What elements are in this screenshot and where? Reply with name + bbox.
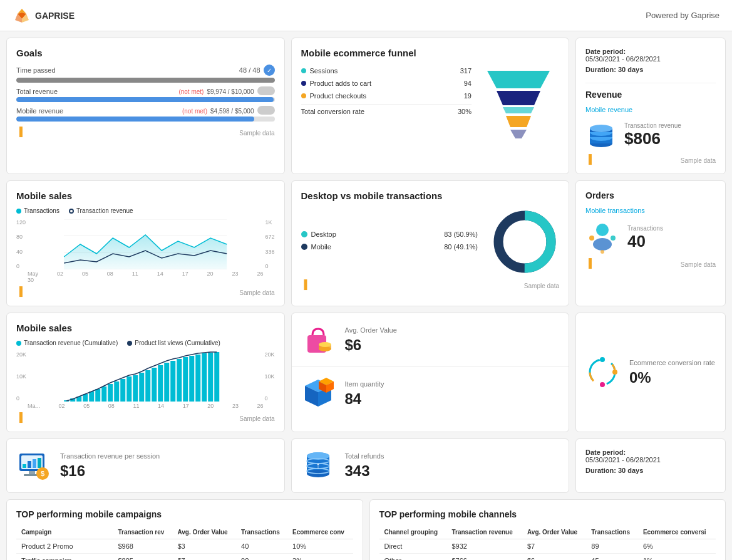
sessions-label: Sessions (310, 67, 338, 75)
list-item: Other (379, 554, 447, 561)
time-passed-label: Time passed (16, 66, 56, 74)
total-refunds-card: ↑ Total refunds 343 (291, 438, 570, 493)
mobile-revenue-toggle[interactable] (257, 106, 275, 115)
svg-rect-36 (108, 384, 113, 402)
bottom-date-period-value: 05/30/2021 - 06/28/2021 (585, 456, 716, 464)
orders-stat-info: Transactions 40 (627, 225, 663, 251)
x-labels-2: Ma...020508111417202326 (16, 403, 275, 409)
dm-legend: Desktop 83 (50.9%) Mobile 80 (49.1%) (301, 228, 478, 253)
orders-footer: ▐ Sample data (585, 258, 716, 268)
funnel-legend-adds: Product adds to cart 94 (301, 77, 472, 90)
dashboard: Goals Time passed 48 / 48 ✓ Total revenu… (0, 31, 732, 438)
conversion-row: Total conversion rate 30% (301, 104, 472, 115)
revenue-legend-dot (69, 209, 74, 214)
time-passed-value: 48 / 48 (239, 66, 260, 74)
metrics-pair-card: Avg. Order Value $6 Item quantity 84 (291, 313, 570, 432)
svg-rect-33 (89, 391, 94, 402)
svg-point-27 (611, 236, 616, 241)
duration-label: Duration: (585, 66, 616, 73)
list-item: 89 (586, 539, 638, 554)
svg-rect-73 (23, 464, 26, 468)
desktop-mobile-card: Desktop vs mobile transactions Desktop 8… (291, 180, 570, 306)
mobile-sales-2-sample: Sample data (239, 415, 274, 422)
mobile-value: 80 (49.1%) (444, 243, 478, 251)
list-item: 40 (236, 539, 287, 554)
revenue-stat-label: Transaction revenue (624, 122, 681, 129)
legend-views-cumulative: Product list views (Cumulative) (127, 340, 220, 346)
svg-point-68 (600, 357, 605, 362)
tables-section: TOP performing mobile campaigns Campaign… (0, 499, 732, 560)
svg-point-25 (593, 238, 612, 251)
svg-rect-37 (114, 381, 119, 402)
revenue-cumulative-label: Transaction revenue (Cumulative) (24, 340, 118, 346)
powered-by: Powered by Gaprise (646, 11, 719, 20)
funnel-svg (478, 65, 559, 146)
list-item: $6 (522, 554, 586, 561)
bottom-duration-label: Duration: (585, 467, 616, 474)
svg-rect-41 (139, 373, 144, 402)
channels-table-title: TOP performing mobile channels (379, 509, 716, 519)
date-period-label: Date period: (585, 48, 716, 55)
orders-icon (585, 220, 620, 255)
desktop-value: 83 (50.9%) (444, 231, 478, 238)
list-item: 45 (586, 554, 638, 561)
ecom-conversion-label: Ecommerce conversion rate (629, 359, 715, 366)
adds-label: Product adds to cart (310, 80, 371, 87)
svg-marker-8 (510, 130, 527, 138)
svg-point-69 (612, 370, 617, 375)
transaction-revenue-session-info: Transaction revenue per session $16 (60, 452, 160, 480)
goals-sample-data: Sample data (239, 130, 274, 137)
list-item: Direct (379, 539, 447, 554)
mobile-sales-1-card: Mobile sales Transactions Transaction re… (6, 180, 285, 306)
svg-rect-38 (120, 379, 125, 402)
y-labels-right-2: 20K10K0 (262, 351, 274, 402)
orders-stat: Transactions 40 (585, 220, 716, 255)
campaigns-col-transactions: Transactions (236, 526, 287, 539)
orders-stat-label: Transactions (627, 225, 663, 232)
campaigns-col-avg-order: Avg. Order Value (172, 526, 236, 539)
revenue-stat-value: $806 (624, 129, 681, 148)
check-icon: ✓ (264, 65, 275, 76)
line-chart-1 (28, 219, 263, 269)
item-quantity-label: Item quantity (345, 380, 384, 388)
list-item: $3 (172, 539, 236, 554)
table-row: Traffic campaign$895$7903% (16, 554, 353, 561)
table-row: Product 2 Promo$968$34010% (16, 539, 353, 554)
svg-text:↑: ↑ (316, 460, 320, 470)
total-revenue-progress-bg (16, 97, 275, 102)
svg-marker-20 (64, 235, 227, 269)
avg-order-info: Avg. Order Value $6 (345, 326, 397, 354)
transactions-legend-label: Transactions (24, 207, 59, 214)
adds-value: 94 (464, 80, 472, 87)
svg-rect-44 (158, 365, 163, 402)
svg-rect-48 (183, 357, 188, 402)
svg-text:$: $ (41, 470, 44, 477)
dm-mobile-row: Mobile 80 (49.1%) (301, 241, 478, 253)
svg-rect-77 (29, 471, 35, 474)
total-revenue-toggle[interactable] (257, 86, 275, 95)
orders-sample-data: Sample data (681, 261, 716, 268)
list-item: 6% (638, 539, 716, 554)
channels-col-grouping: Channel grouping (379, 526, 447, 539)
funnel-card: Mobile ecommerce funnel Sessions 317 Pro… (291, 38, 570, 174)
goals-footer: ▐ Sample data (16, 127, 275, 137)
legend-revenue: Transaction revenue (69, 207, 133, 214)
list-item: $895 (113, 554, 172, 561)
logo-icon (13, 6, 31, 25)
svg-rect-42 (145, 370, 150, 402)
total-refunds-label: Total refunds (345, 452, 384, 460)
adds-dot (301, 81, 306, 86)
channels-table-header-row: Channel grouping Transaction revenue Avg… (379, 526, 716, 539)
campaigns-table-title: TOP performing mobile campaigns (16, 509, 353, 519)
desktop-mobile-footer: ▐ Sample data (301, 279, 560, 289)
svg-point-23 (506, 223, 544, 261)
svg-rect-34 (95, 389, 100, 402)
header: GAPRISE Powered by Gaprise (0, 0, 732, 31)
campaigns-col-revenue: Transaction rev (113, 526, 172, 539)
total-revenue-progress-fill (16, 97, 274, 102)
mobile-sales-1-footer: ▐ Sample data (16, 286, 275, 296)
orders-card: Orders Mobile transactions Transactions … (575, 180, 726, 306)
svg-point-15 (590, 125, 612, 132)
donut-chart (490, 207, 559, 276)
dm-bar-icon: ▐ (301, 279, 307, 289)
